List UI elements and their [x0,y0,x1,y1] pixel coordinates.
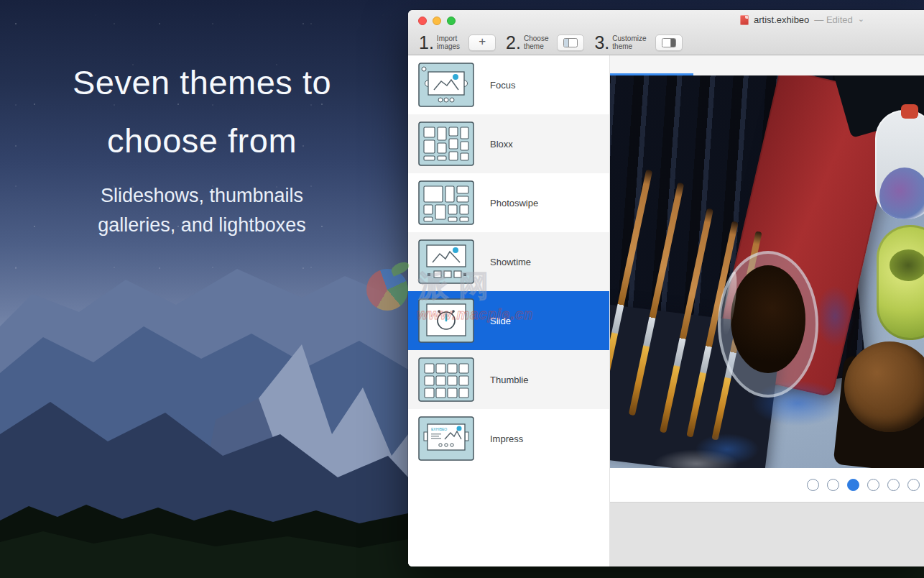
pagination-dot[interactable] [887,479,900,491]
toolbar: 1. Importimages + 2. Choosetheme 3. Cust… [408,30,924,55]
minimize-button[interactable] [433,17,441,25]
sidebar-layout-icon [563,38,578,47]
hero-headline: Seven themes tochoose from [0,53,404,170]
theme-name: Slide [490,316,511,326]
slideshow-pagination [610,468,924,503]
document-title: artist.exhibeo [754,14,809,25]
pagination-dot[interactable] [867,479,879,491]
theme-row-photoswipe[interactable]: Photoswipe [408,173,609,232]
step-number: 3. [594,34,609,52]
window-chrome: artist.exhibeo — Edited ⌄ 1. Importimage… [408,10,924,55]
theme-row-showtime[interactable]: Showtime [408,232,609,291]
hero-sub-line2: galleries, and lightboxes [98,214,306,236]
step-number: 1. [419,34,434,52]
traffic-lights [418,17,456,25]
pagination-dot[interactable] [827,479,839,491]
zoom-button[interactable] [447,17,456,25]
theme-row-thumblie[interactable]: Thumblie [408,350,609,409]
theme-preview [610,55,924,566]
plus-icon: + [479,35,486,49]
pagination-dot[interactable] [807,479,819,491]
bloxx-theme-icon [418,121,474,166]
theme-name: Showtime [490,257,531,267]
customize-theme-button[interactable] [655,35,683,51]
preview-topbar [610,55,924,75]
chevron-down-icon[interactable]: ⌄ [858,14,864,24]
document-icon [740,15,749,25]
photoswipe-theme-icon [418,180,474,225]
step-label: Choosetheme [524,35,548,51]
step-label: Importimages [437,35,460,51]
pagination-dot-active[interactable] [847,479,859,491]
close-button[interactable] [418,17,427,25]
hero-copy: Seven themes tochoose from Slideshows, t… [0,53,404,240]
paint-stain [816,285,854,347]
showtime-theme-icon [418,239,474,284]
theme-name: Photoswipe [490,198,538,208]
svg-text:EXHIBEO: EXHIBEO [431,427,447,431]
exhibeo-window: artist.exhibeo — Edited ⌄ 1. Importimage… [408,10,924,566]
step-customize-theme: 3. Customizetheme [594,34,682,52]
slide-theme-icon [418,298,474,343]
window-body: Focus Bloxx [408,55,924,566]
inspector-layout-icon [662,38,676,47]
step-import-images: 1. Importimages + [419,34,496,52]
jar-cap [901,104,918,119]
theme-list: Focus Bloxx [408,55,610,566]
theme-row-bloxx[interactable]: Bloxx [408,114,609,173]
theme-name: Bloxx [490,139,513,150]
title-bar[interactable]: artist.exhibeo — Edited ⌄ [408,10,924,30]
paint-jar [875,110,924,219]
impress-theme-icon: EXHIBEO [418,416,474,461]
import-images-button[interactable]: + [468,35,496,51]
theme-name: Impress [490,434,523,444]
theme-row-impress[interactable]: EXHIBEO Impress [408,409,609,468]
theme-row-focus[interactable]: Focus [408,55,609,114]
pagination-dot[interactable] [907,479,920,491]
step-number: 2. [506,34,521,52]
hero-subheadline: Slideshows, thumbnailsgalleries, and lig… [0,181,404,240]
theme-row-slide[interactable]: Slide [408,291,609,350]
document-status: — Edited [814,14,852,25]
thumblie-theme-icon [418,357,474,402]
hero-headline-line2: choose from [107,121,297,160]
step-label: Customizetheme [612,35,646,51]
hero-headline-line1: Seven themes to [73,63,331,101]
preview-footer [610,503,924,566]
preview-photo [610,75,924,468]
hero-sub-line1: Slideshows, thumbnails [101,185,303,206]
document-title-group[interactable]: artist.exhibeo — Edited ⌄ [740,14,864,25]
focus-theme-icon [418,63,474,107]
coffee-glass [718,251,818,398]
step-choose-theme: 2. Choosetheme [506,34,584,52]
theme-name: Thumblie [490,375,528,385]
green-jar [877,225,924,340]
theme-name: Focus [490,80,515,91]
choose-theme-button[interactable] [557,35,584,51]
